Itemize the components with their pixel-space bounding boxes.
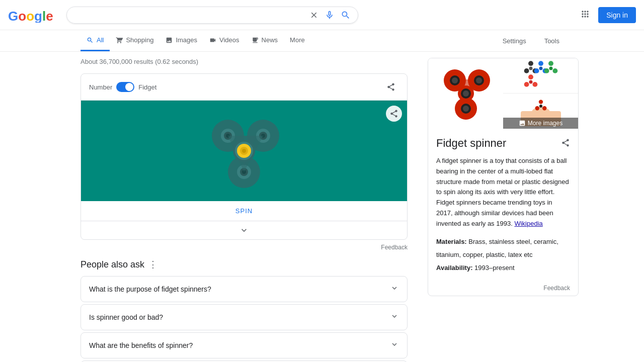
images-icon-overlay [519, 120, 526, 127]
svg-point-32 [463, 90, 469, 97]
svg-point-40 [539, 66, 542, 70]
svg-point-26 [476, 77, 482, 83]
tab-videos[interactable]: Videos [203, 30, 246, 51]
paa-question-1: Is spinner good or bad? [89, 313, 163, 321]
knowledge-panel-body: Fidget spinner A fidget spinner is a toy… [428, 129, 578, 283]
chevron-down-icon [239, 225, 249, 235]
tab-news[interactable]: News [246, 30, 284, 51]
result-count: About 36,700,000 results (0.62 seconds) [80, 58, 408, 65]
spin-button[interactable]: SPIN [235, 207, 253, 215]
svg-point-43 [544, 68, 549, 73]
paa-item-1[interactable]: Is spinner good or bad? [80, 304, 408, 330]
tab-images[interactable]: Images [159, 30, 203, 51]
expand-row[interactable] [81, 221, 407, 239]
svg-point-36 [529, 66, 532, 70]
svg-point-47 [524, 82, 529, 87]
paa-chevron-1 [390, 312, 399, 323]
paa-chevron-2 [390, 340, 399, 351]
side-images: More images [503, 58, 578, 129]
settings-link[interactable]: Settings [499, 31, 530, 51]
toggle-container: Number Fidget [89, 82, 156, 92]
colorful-spinners-img [521, 61, 561, 91]
share-icon [386, 82, 395, 92]
clear-search-button[interactable] [309, 11, 318, 20]
search-icon [341, 10, 351, 20]
svg-point-54 [539, 105, 542, 108]
chevron-down-icon-paa0 [390, 284, 399, 293]
knowledge-panel: More images Fidget spinner A fidget [428, 58, 579, 296]
paa-question-0: What is the purpose of fidget spinners? [89, 285, 211, 293]
spin-button-row: SPIN [81, 201, 407, 221]
availability-label: Availability: [436, 264, 472, 272]
right-column: More images Fidget spinner A fidget [428, 58, 579, 362]
tab-images-label: Images [176, 36, 197, 44]
svg-point-37 [538, 61, 543, 66]
knowledge-panel-description: A fidget spinner is a toy that consists … [436, 156, 570, 229]
knowledge-panel-title: Fidget spinner [436, 137, 506, 150]
knowledge-panel-feedback[interactable]: Feedback [428, 283, 578, 296]
svg-point-19 [242, 149, 246, 153]
svg-point-45 [528, 74, 533, 79]
canvas-share-button[interactable] [386, 106, 402, 122]
videos-icon [209, 37, 216, 44]
number-label: Number [89, 83, 112, 91]
chevron-down-icon-paa1 [390, 312, 399, 321]
svg-point-50 [532, 107, 550, 117]
close-icon [309, 11, 318, 20]
spinner-widget: Number Fidget [80, 73, 408, 240]
tab-shopping-label: Shopping [126, 36, 153, 44]
svg-point-41 [548, 61, 553, 66]
paa-item-0[interactable]: What is the purpose of fidget spinners? [80, 276, 408, 302]
svg-text:Google: Google [8, 9, 53, 23]
wikipedia-link[interactable]: Wikipedia [514, 220, 542, 227]
spinner-feedback[interactable]: Feedback [80, 244, 408, 251]
share-icon-panel [561, 138, 570, 147]
tab-shopping[interactable]: Shopping [110, 30, 159, 51]
paa-question-2: What are the benefits of spinner? [89, 341, 193, 349]
paa-item-2[interactable]: What are the benefits of spinner? [80, 332, 408, 358]
google-logo[interactable]: Google [8, 8, 54, 23]
svg-point-52 [542, 106, 546, 110]
search-input[interactable]: fidget spinner [74, 11, 305, 20]
materials-row: Materials: Brass, stainless steel, ceram… [436, 235, 570, 261]
nav-tabs: All Shopping Images Videos News More Set… [0, 30, 644, 52]
microphone-icon [325, 10, 335, 20]
more-images-overlay[interactable]: More images [503, 118, 578, 129]
materials-label: Materials: [436, 238, 467, 245]
svg-point-35 [524, 68, 529, 73]
svg-point-42 [552, 68, 557, 73]
tools-link[interactable]: Tools [540, 31, 564, 51]
availability-value: 1993–present [474, 264, 515, 272]
tab-all[interactable]: All [80, 30, 110, 51]
paa-title: People also ask [80, 259, 144, 270]
fidget-label: Fidget [138, 83, 156, 91]
toggle-knob [125, 83, 133, 91]
sign-in-button[interactable]: Sign in [598, 7, 636, 23]
search-button[interactable] [341, 10, 351, 20]
main-image[interactable] [428, 58, 503, 129]
chevron-down-icon-paa2 [390, 340, 399, 349]
tab-videos-label: Videos [219, 36, 239, 44]
knowledge-panel-meta: Materials: Brass, stainless steel, ceram… [436, 235, 570, 275]
paa-options-button[interactable]: ⋮ [148, 259, 157, 270]
svg-point-39 [534, 68, 539, 73]
svg-point-46 [532, 82, 537, 87]
svg-point-33 [528, 61, 533, 66]
tab-more[interactable]: More [284, 30, 311, 51]
svg-point-23 [452, 77, 458, 83]
knowledge-panel-share-button[interactable] [561, 138, 570, 149]
toggle-switch[interactable] [116, 82, 134, 92]
news-icon [252, 37, 259, 44]
more-images-label: More images [528, 120, 562, 127]
apps-button[interactable] [576, 5, 594, 25]
side-image-bottom[interactable]: More images [503, 94, 578, 129]
tab-more-label: More [290, 36, 305, 44]
spinner-widget-header: Number Fidget [81, 74, 407, 101]
svg-point-48 [529, 80, 532, 83]
knowledge-panel-images[interactable]: More images [428, 58, 578, 129]
knowledge-panel-title-row: Fidget spinner [436, 137, 570, 150]
widget-share-button[interactable] [383, 79, 399, 95]
spinner-canvas[interactable] [81, 101, 407, 201]
voice-search-button[interactable] [325, 10, 335, 20]
side-image-top[interactable] [503, 58, 578, 94]
